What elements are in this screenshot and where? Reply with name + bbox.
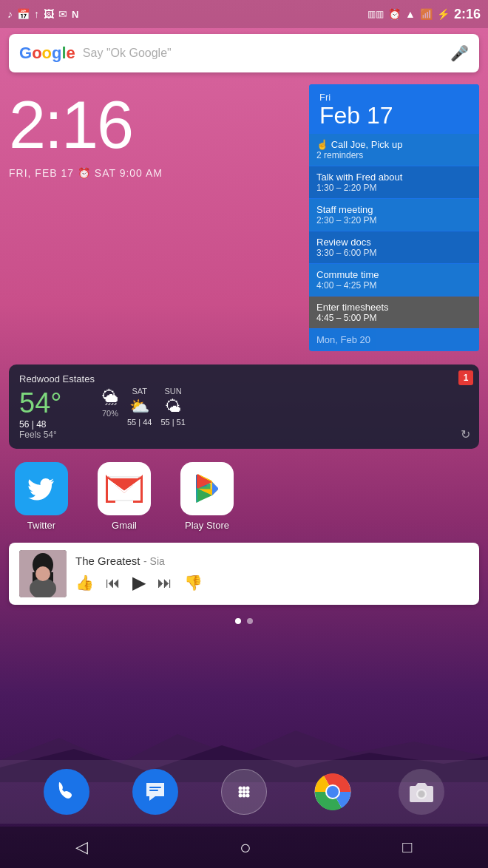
status-icons-right: ▥▥ ⏰ ▲ 📶 ⚡ 2:16 — [367, 7, 481, 22]
weather-refresh-icon[interactable]: ↻ — [461, 427, 470, 441]
home-button[interactable]: ○ — [240, 836, 251, 859]
image-status-icon: 🖼 — [44, 8, 54, 20]
cal-date: Feb 17 — [319, 103, 469, 129]
status-icons-left: ♪ 📅 ↑ 🖼 ✉ N — [7, 8, 78, 20]
search-bar[interactable]: Google Say "Ok Google" 🎤 — [9, 34, 479, 72]
cal-event-reminder[interactable]: ☝ Call Joe, Pick up 2 reminders — [309, 134, 479, 166]
dock-chrome[interactable] — [310, 769, 356, 815]
svg-point-16 — [243, 794, 246, 798]
clock-date-text: FRI, FEB 17 — [9, 167, 74, 179]
page-dots — [0, 611, 488, 631]
music-thumbnail-svg — [19, 550, 67, 597]
main-content: 2:16 FRI, FEB 17 ⏰ SAT 9:00 AM Fri Feb 1… — [0, 78, 488, 357]
svg-point-10 — [243, 787, 246, 790]
clock-date: FRI, FEB 17 ⏰ SAT 9:00 AM — [9, 167, 302, 179]
music-artist: Sia — [150, 555, 165, 567]
gmail-icon-bg — [98, 462, 151, 515]
app-icon-playstore[interactable]: Play Store — [180, 462, 234, 531]
svg-point-9 — [239, 787, 243, 790]
music-status-icon: ♪ — [7, 8, 13, 20]
page-dot-1[interactable] — [235, 618, 241, 624]
thumbdown-button[interactable]: 👎 — [184, 574, 203, 591]
thumbup-button[interactable]: 👍 — [75, 574, 94, 591]
svg-point-11 — [246, 787, 250, 790]
inbox-status-icon: ✉ — [58, 8, 67, 20]
page-dot-2[interactable] — [247, 618, 253, 624]
play-button[interactable]: ▶ — [132, 572, 146, 593]
cal-event-4-time: 4:00 – 4:25 PM — [316, 280, 472, 291]
calendar-widget[interactable]: Fri Feb 17 ☝ Call Joe, Pick up 2 reminde… — [309, 84, 479, 351]
dock-camera[interactable] — [399, 769, 444, 815]
weather-today-icon: 🌦 — [102, 388, 118, 407]
n-status-icon: N — [72, 9, 78, 20]
app-icon-gmail[interactable]: Gmail — [98, 462, 151, 531]
svg-point-15 — [239, 794, 243, 798]
cal-event-3-time: 3:30 – 6:00 PM — [316, 248, 472, 258]
weather-alert[interactable]: 1 — [458, 370, 473, 385]
dock-apps[interactable] — [221, 769, 267, 815]
cal-event-next-day-title: Mon, Feb 20 — [316, 334, 472, 345]
weather-hilow: 56 | 48 — [19, 419, 95, 430]
gmail-label: Gmail — [112, 520, 137, 531]
svg-rect-8 — [149, 790, 158, 791]
messages-icon — [143, 780, 167, 804]
cal-event-next-day[interactable]: Mon, Feb 20 — [309, 329, 479, 350]
dock-phone[interactable] — [44, 769, 89, 815]
weather-widget[interactable]: Redwood Estates 54° 56 | 48 Feels 54° 🌦 … — [9, 365, 479, 449]
cal-event-1-time: 1:30 – 2:20 PM — [316, 183, 472, 193]
weather-sun-label: SUN — [160, 387, 185, 396]
weather-sat-icon: ⛅ — [127, 397, 152, 416]
music-controls: 👍 ⏮ ▶ ⏭ 👎 — [75, 572, 469, 593]
weather-sun-icon: 🌤 — [160, 397, 185, 416]
cal-event-1[interactable]: Talk with Fred about 1:30 – 2:20 PM — [309, 166, 479, 198]
calendar-status-icon: 📅 — [17, 8, 30, 20]
weather-today-percent: 70% — [102, 409, 118, 418]
music-player[interactable]: The Greatest - Sia 👍 ⏮ ▶ ⏭ 👎 — [9, 543, 479, 605]
mic-icon[interactable]: 🎤 — [450, 44, 469, 62]
cal-event-4[interactable]: Commute time 4:00 – 4:25 PM — [309, 264, 479, 296]
upload-status-icon: ↑ — [34, 8, 39, 20]
google-logo: Google — [19, 44, 75, 63]
playstore-label: Play Store — [185, 520, 229, 531]
weather-sat: SAT ⛅ 55 | 44 — [127, 387, 152, 427]
next-button[interactable]: ⏭ — [157, 574, 172, 591]
app-icon-twitter[interactable]: Twitter — [15, 462, 68, 531]
twitter-label: Twitter — [27, 520, 55, 531]
svg-point-6 — [35, 566, 50, 581]
cal-event-5[interactable]: Enter timesheets 4:45 – 5:00 PM — [309, 296, 479, 328]
alarm-icon: ⏰ — [388, 8, 401, 20]
recents-button[interactable]: □ — [402, 838, 412, 857]
cal-event-2[interactable]: Staff meeting 2:30 – 3:20 PM — [309, 199, 479, 231]
cal-event-reminder-time: 2 reminders — [316, 150, 472, 160]
status-bar: ♪ 📅 ↑ 🖼 ✉ N ▥▥ ⏰ ▲ 📶 ⚡ 2:16 — [0, 0, 488, 28]
svg-rect-7 — [149, 787, 161, 788]
weather-sat-label: SAT — [127, 387, 152, 396]
cal-event-2-title: Staff meeting — [316, 204, 472, 215]
wifi-icon: ▲ — [405, 8, 416, 20]
weather-left: Redwood Estates 54° 56 | 48 Feels 54° — [19, 373, 95, 440]
svg-point-13 — [243, 790, 246, 794]
clock-area: 2:16 FRI, FEB 17 ⏰ SAT 9:00 AM — [9, 84, 302, 351]
cal-header: Fri Feb 17 — [309, 84, 479, 133]
dock — [0, 760, 488, 824]
weather-days: 🌦 70% SAT ⛅ 55 | 44 SUN 🌤 55 | 51 — [102, 387, 469, 427]
svg-point-23 — [418, 791, 424, 797]
weather-today: 🌦 70% — [102, 387, 118, 427]
music-info: The Greatest - Sia 👍 ⏮ ▶ ⏭ 👎 — [75, 555, 469, 593]
cal-day-name: Fri — [319, 92, 469, 103]
prev-button[interactable]: ⏮ — [106, 574, 121, 591]
camera-icon — [408, 780, 435, 804]
back-button[interactable]: ◁ — [75, 838, 88, 857]
clock-next-alarm: SAT 9:00 AM — [95, 167, 163, 179]
playstore-svg — [190, 472, 224, 506]
weather-location: Redwood Estates — [19, 373, 95, 384]
cal-event-5-time: 4:45 – 5:00 PM — [316, 313, 472, 323]
apps-grid-icon — [232, 780, 256, 804]
cal-event-3-title: Review docs — [316, 237, 472, 248]
vibrate-icon: ▥▥ — [367, 9, 384, 19]
cal-event-3[interactable]: Review docs 3:30 – 6:00 PM — [309, 231, 479, 263]
dock-messages[interactable] — [132, 769, 178, 815]
svg-point-12 — [239, 790, 243, 794]
nav-bar: ◁ ○ □ — [0, 827, 488, 868]
reminder-icon: ☝ — [316, 139, 331, 150]
